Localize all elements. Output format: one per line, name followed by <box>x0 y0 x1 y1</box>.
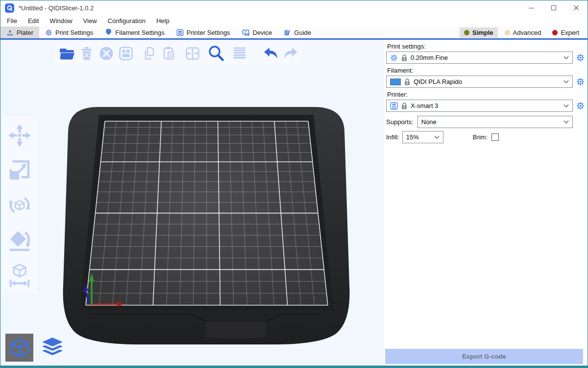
rotate-icon <box>7 192 32 218</box>
delete-all-button[interactable] <box>97 43 116 64</box>
menu-edit[interactable]: Edit <box>23 17 44 25</box>
mode-label: Simple <box>472 29 493 36</box>
redo-button[interactable] <box>281 43 300 64</box>
paste-icon <box>160 45 178 62</box>
menu-view[interactable]: View <box>78 17 102 25</box>
printer-combo[interactable]: X-smart 3 <box>386 100 573 112</box>
gear-icon <box>576 102 585 110</box>
infill-label: Infill: <box>386 133 399 141</box>
menu-file[interactable]: File <box>1 17 23 25</box>
tab-label: Guide <box>294 29 311 36</box>
edit-print-settings-button[interactable] <box>573 53 585 62</box>
gear-icon <box>576 78 585 86</box>
printer-label: Printer: <box>387 91 585 98</box>
menu-help[interactable]: Help <box>151 17 175 25</box>
search-button[interactable] <box>206 43 226 64</box>
move-button[interactable] <box>6 122 33 149</box>
printer-icon <box>390 102 398 110</box>
mode-expert[interactable]: Expert <box>548 27 584 38</box>
close-button[interactable] <box>565 0 588 15</box>
copy-button[interactable] <box>140 43 159 64</box>
tab-label: Print Settings <box>55 29 93 36</box>
preset-gear-icon <box>390 54 398 62</box>
scale-icon <box>7 158 32 183</box>
mode-selector: Simple Advanced Expert <box>460 26 588 38</box>
mode-label: Expert <box>561 29 579 36</box>
device-icon <box>242 29 250 36</box>
infill-value: 15% <box>406 133 419 141</box>
left-toolbar <box>2 116 37 294</box>
paste-button[interactable] <box>159 43 179 64</box>
export-gcode-button[interactable]: Export G-code <box>385 349 583 364</box>
tab-printer-settings[interactable]: Printer Settings <box>171 26 236 38</box>
layers-preview-icon <box>40 336 65 360</box>
tab-label: Plater <box>17 29 33 36</box>
maximize-button[interactable] <box>542 0 565 15</box>
filament-combo[interactable]: QIDI PLA Rapido <box>386 76 573 88</box>
infill-combo[interactable]: 15% <box>402 131 443 143</box>
mode-dot <box>505 30 510 35</box>
delete-all-icon <box>98 45 115 62</box>
mode-label: Advanced <box>513 29 541 36</box>
bed-handle <box>206 321 266 339</box>
title-bar: *Untitled - QIDISlicer-1.0.2 <box>0 0 588 15</box>
copy-icon <box>141 45 158 62</box>
menu-bar: File Edit Window View Configuration Help <box>0 15 588 26</box>
edit-printer-button[interactable] <box>573 102 585 110</box>
tab-plater[interactable]: Plater <box>0 26 39 38</box>
open-folder-icon <box>58 45 76 62</box>
lock-icon <box>404 79 410 85</box>
brim-label: Brim: <box>473 133 488 141</box>
arrange-icon <box>117 45 135 62</box>
delete-button[interactable] <box>77 43 97 64</box>
plater-icon <box>6 29 14 36</box>
chevron-down-icon <box>564 80 569 83</box>
supports-label: Supports: <box>386 118 414 126</box>
tab-guide[interactable]: Guide <box>278 26 317 38</box>
menu-window[interactable]: Window <box>44 17 77 25</box>
print-settings-value: 0.20mm Fine <box>411 54 448 61</box>
tab-label: Printer Settings <box>187 29 230 36</box>
rotate-button[interactable] <box>6 191 33 219</box>
arrange-button[interactable] <box>116 43 136 64</box>
undo-icon <box>261 45 281 62</box>
move-icon <box>7 123 32 148</box>
brim-checkbox[interactable] <box>491 133 499 141</box>
variable-layer-height-button[interactable] <box>230 43 249 64</box>
tab-filament-settings[interactable]: Filament Settings <box>99 26 170 38</box>
open-button[interactable] <box>57 43 77 64</box>
3d-editor-view-button[interactable] <box>5 334 33 362</box>
close-icon <box>573 5 579 11</box>
chevron-down-icon <box>564 104 569 107</box>
app-logo-icon <box>5 3 14 13</box>
lock-icon <box>401 103 407 109</box>
tab-print-settings[interactable]: Print Settings <box>39 26 99 38</box>
layer-height-icon <box>231 45 248 62</box>
mode-dot <box>552 30 558 35</box>
tab-bar: Plater Print Settings Filament Settings <box>0 26 588 40</box>
guide-books-icon <box>284 29 291 36</box>
undo-button[interactable] <box>261 43 281 64</box>
mode-dot <box>464 30 469 35</box>
supports-combo[interactable]: None <box>417 116 573 128</box>
minimize-button[interactable] <box>520 0 542 15</box>
print-settings-combo[interactable]: 0.20mm Fine <box>386 52 573 64</box>
edit-filament-button[interactable] <box>573 78 585 86</box>
3d-viewport[interactable] <box>0 40 384 366</box>
preview-view-button[interactable] <box>38 334 66 362</box>
build-plate[interactable] <box>0 40 384 366</box>
mode-advanced[interactable]: Advanced <box>500 27 546 38</box>
supports-value: None <box>421 118 437 126</box>
measure-button[interactable] <box>6 261 33 289</box>
place-on-face-button[interactable] <box>6 226 33 254</box>
menu-configuration[interactable]: Configuration <box>102 17 151 25</box>
measure-icon <box>7 262 32 288</box>
mode-simple[interactable]: Simple <box>460 27 498 38</box>
settings-sidebar: Print settings: 0.20mm <box>384 40 588 366</box>
tab-device[interactable]: Device <box>236 26 278 38</box>
scale-button[interactable] <box>6 157 33 184</box>
split-button[interactable] <box>183 43 202 64</box>
tab-label: Filament Settings <box>115 29 164 36</box>
place-on-face-icon <box>7 227 32 253</box>
tab-label: Device <box>253 29 272 36</box>
